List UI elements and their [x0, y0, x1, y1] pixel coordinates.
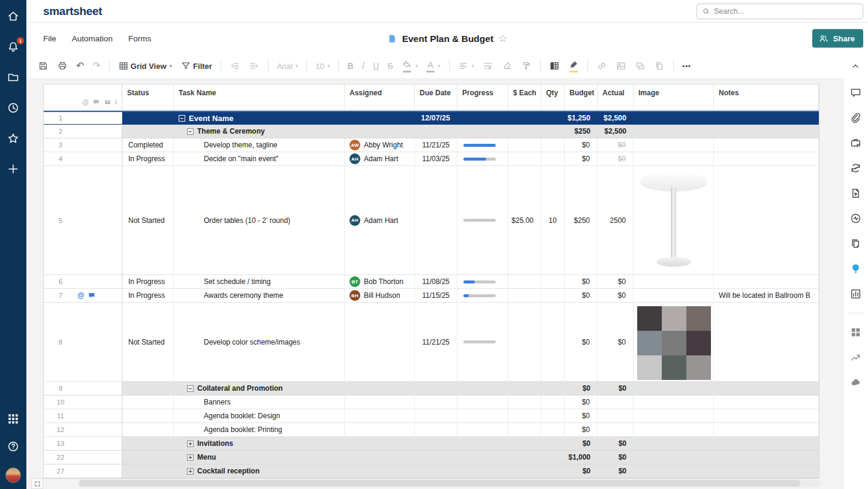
collapse-row-icon[interactable]: −: [187, 128, 194, 135]
apps-nav-button[interactable]: [7, 412, 20, 425]
budget-cell[interactable]: $0: [565, 409, 598, 423]
status-cell[interactable]: [122, 125, 174, 138]
budget-cell[interactable]: $0: [565, 396, 598, 409]
image-cell[interactable]: [634, 396, 714, 409]
each-cell[interactable]: [508, 396, 541, 409]
task-name-cell[interactable]: Set schedule / timing: [174, 275, 345, 289]
bell-nav-button[interactable]: 1: [7, 40, 20, 53]
progress-cell[interactable]: [457, 275, 508, 289]
status-cell[interactable]: In Progress: [122, 275, 174, 289]
task-name-cell[interactable]: Order tables (10 - 2' round): [174, 166, 345, 275]
column-header-actual[interactable]: Actual: [598, 84, 634, 110]
task-name-cell[interactable]: Agenda booklet: Printing: [174, 423, 345, 437]
budget-cell[interactable]: $0: [565, 423, 598, 437]
print-button[interactable]: [54, 58, 71, 74]
actual-cell[interactable]: $0: [598, 138, 634, 152]
image-cell[interactable]: [634, 138, 714, 152]
actual-cell[interactable]: [598, 423, 634, 437]
assigned-cell[interactable]: BHBill Hudson: [345, 289, 415, 303]
assigned-cell[interactable]: [345, 451, 415, 464]
task-name-cell[interactable]: +Menu: [174, 451, 345, 464]
horizontal-scrollbar[interactable]: [78, 479, 821, 487]
due-date-cell[interactable]: [415, 166, 457, 275]
search-input[interactable]: [714, 7, 858, 16]
progress-cell[interactable]: [457, 138, 508, 152]
column-header-qty[interactable]: Qty: [541, 84, 565, 110]
each-cell[interactable]: [508, 464, 541, 478]
connections-rail-button[interactable]: [849, 351, 862, 364]
notes-cell[interactable]: [714, 409, 819, 423]
progress-cell[interactable]: [457, 112, 508, 125]
qty-cell[interactable]: [541, 396, 565, 409]
actual-cell[interactable]: $0: [598, 289, 634, 303]
view-selector[interactable]: Grid View▾: [115, 58, 175, 74]
notes-cell[interactable]: [714, 464, 819, 478]
menu-item-forms[interactable]: Forms: [128, 34, 151, 43]
highlight-button[interactable]: [565, 57, 582, 75]
notes-cell[interactable]: [714, 138, 819, 152]
freeze-button[interactable]: [546, 58, 563, 74]
actual-cell[interactable]: $0: [598, 275, 634, 289]
actual-cell[interactable]: [598, 396, 634, 409]
column-header-task-name[interactable]: Task Name: [174, 84, 345, 110]
progress-cell[interactable]: [457, 382, 508, 396]
column-header-status[interactable]: Status: [122, 84, 174, 110]
row-number[interactable]: 22: [44, 454, 77, 461]
actual-cell[interactable]: $0: [598, 464, 634, 478]
due-date-cell[interactable]: [415, 409, 457, 423]
progress-cell[interactable]: [457, 125, 508, 138]
collapse-toolbar-button[interactable]: [850, 61, 861, 71]
row-number[interactable]: 3: [44, 141, 77, 149]
global-search[interactable]: [697, 4, 863, 19]
each-cell[interactable]: $25.00: [508, 166, 541, 275]
conversations-panel-button[interactable]: [849, 86, 862, 99]
progress-cell[interactable]: [457, 289, 508, 303]
image-cell[interactable]: [634, 464, 714, 478]
actual-cell[interactable]: $0: [598, 451, 634, 464]
notes-cell[interactable]: [714, 382, 819, 396]
image-cell[interactable]: [634, 166, 714, 275]
budget-cell[interactable]: $0: [565, 138, 598, 152]
each-cell[interactable]: [508, 437, 541, 451]
filter-button[interactable]: Filter: [177, 58, 215, 74]
status-cell[interactable]: [122, 112, 174, 125]
assigned-cell[interactable]: [345, 437, 415, 451]
image-cell[interactable]: [634, 152, 714, 166]
column-header-image[interactable]: Image: [634, 84, 714, 110]
qty-cell[interactable]: 10: [541, 166, 565, 275]
task-name-cell[interactable]: +Invitations: [174, 437, 345, 451]
notes-cell[interactable]: [714, 451, 819, 464]
notes-cell[interactable]: [714, 275, 819, 289]
each-cell[interactable]: [508, 289, 541, 303]
progress-cell[interactable]: [457, 152, 508, 166]
row-number[interactable]: 12: [44, 426, 77, 433]
sheet-summary-panel-button[interactable]: [849, 237, 862, 250]
row-number[interactable]: 6: [44, 278, 77, 285]
star-nav-button[interactable]: [7, 132, 20, 145]
budget-cell[interactable]: $0: [565, 152, 598, 166]
row-number[interactable]: 4: [44, 155, 77, 162]
image-cell[interactable]: [634, 275, 714, 289]
folder-nav-button[interactable]: [7, 71, 20, 84]
task-name-cell[interactable]: −Theme & Ceremony: [174, 125, 345, 138]
notes-cell[interactable]: [714, 303, 819, 382]
image-cell[interactable]: [634, 451, 714, 464]
save-button[interactable]: [35, 58, 52, 74]
assigned-cell[interactable]: [345, 464, 415, 478]
assigned-cell[interactable]: AHAdam Hart: [345, 152, 415, 166]
status-cell[interactable]: In Progress: [122, 289, 174, 303]
each-cell[interactable]: [508, 138, 541, 152]
qty-cell[interactable]: [541, 289, 565, 303]
due-date-cell[interactable]: [415, 451, 457, 464]
qty-cell[interactable]: [541, 423, 565, 437]
qty-cell[interactable]: [541, 437, 565, 451]
each-cell[interactable]: [508, 451, 541, 464]
actual-cell[interactable]: $0: [598, 303, 634, 382]
expand-row-icon[interactable]: +: [187, 468, 194, 475]
status-cell[interactable]: [122, 423, 174, 437]
each-cell[interactable]: [508, 152, 541, 166]
more-button[interactable]: •••: [679, 58, 694, 74]
due-date-cell[interactable]: 12/07/25: [415, 112, 457, 125]
qty-cell[interactable]: [541, 303, 565, 382]
actual-cell[interactable]: [598, 409, 634, 423]
